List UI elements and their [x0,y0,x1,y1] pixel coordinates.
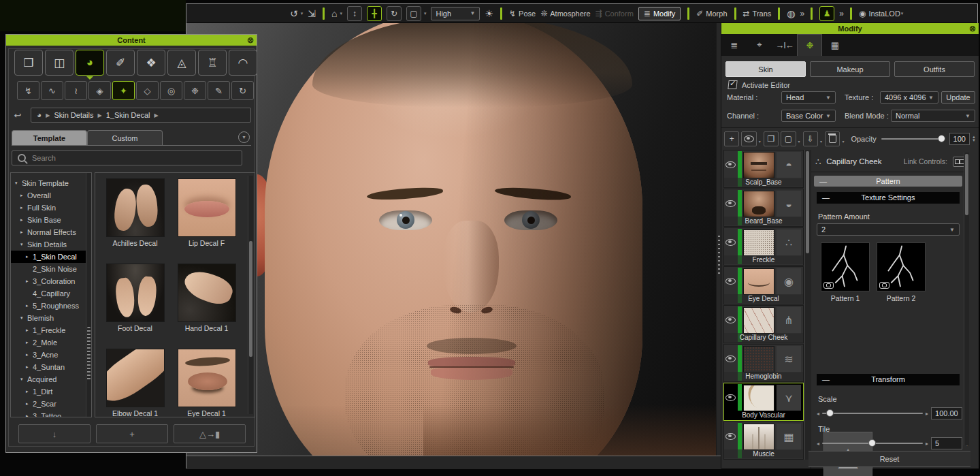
category-icon[interactable]: ◫ [45,50,74,76]
layer-item[interactable]: ◓ Scalp_Base [723,150,804,188]
splitter-grip[interactable] [718,236,720,274]
modify-tab-icon[interactable]: ❉ [797,34,822,56]
tree-expand-icon[interactable]: ▾ [20,315,27,321]
tile-slider[interactable] [822,443,923,444]
mode-button[interactable]: Makeup [810,61,890,77]
globe-icon[interactable]: ◍ [787,9,795,18]
tree-expand-icon[interactable]: ▸ [26,413,33,417]
tree-item[interactable]: ▾ Acquired [11,373,91,385]
layer-item[interactable]: ◒ Beard_Base [723,189,804,227]
quality-dropdown[interactable]: High ▼ [431,7,480,20]
layer-item[interactable]: ▦ Muscle [723,422,804,460]
opacity-spinner[interactable]: ▲▼ [972,136,976,142]
layer-thumbnail[interactable] [743,268,774,295]
subcategory-icon[interactable]: ✦ [112,81,135,100]
tree-scrollbar[interactable] [86,173,91,417]
asset-thumbnail[interactable]: Eye Decal 1 [171,349,242,417]
modify-tab-icon[interactable]: ⌖ [747,34,772,56]
asset-image[interactable] [178,264,236,322]
select-dropdown-caret[interactable]: ▾ [798,139,800,144]
viewport-3d[interactable] [186,23,716,456]
pattern-image[interactable] [877,242,926,291]
footer-button[interactable]: △→▮ [174,424,246,443]
category-icon[interactable]: ◠ [229,50,257,76]
pattern-image[interactable] [821,242,870,291]
tree-item[interactable]: ▾ Skin Details [11,238,91,251]
texture-settings-section-header[interactable]: — Texture Settings [817,192,960,204]
expand-chevrons-icon[interactable]: » [839,9,843,18]
asset-image[interactable] [106,349,165,407]
atmosphere-button[interactable]: ❊ Atmosphere [540,9,590,18]
asset-grid-scrollbar[interactable] [248,176,253,414]
category-icon[interactable]: ✐ [106,50,135,76]
asset-thumbnail[interactable]: Achilles Decal [99,178,171,247]
layer-item[interactable]: ⋎ Body Vascular [723,383,804,421]
layer-thumbnail[interactable] [743,385,774,411]
asset-image[interactable] [178,349,236,407]
tree-expand-icon[interactable]: ▸ [20,205,27,210]
properties-scrollbar[interactable] [964,153,969,445]
merge-dropdown-caret[interactable]: ▾ [820,139,822,144]
scrollbar-thumb[interactable] [249,241,252,357]
footer-button[interactable]: ↓ [18,424,91,443]
scale-value[interactable]: 100.00 [931,407,962,419]
tree-item[interactable]: ▸ 5_Roughness [11,300,91,312]
tree-item[interactable]: ▸ Normal Effects [11,226,91,238]
morph-button[interactable]: ✐ Morph [696,9,727,18]
back-icon[interactable]: ↩ [10,108,25,122]
scrollbar-thumb[interactable] [806,151,809,253]
tree-expand-icon[interactable]: ▾ [20,242,27,247]
visibility-eye-icon[interactable] [725,239,736,247]
close-icon[interactable]: ⊗ [969,24,976,33]
layer-thumbnail[interactable] [743,229,774,256]
modify-button[interactable]: ≣ Modify [638,7,681,20]
tree-item[interactable]: ▸ 1_Dirt [11,385,91,398]
tree-expand-icon[interactable]: ▸ [26,401,33,407]
frame-object-icon[interactable]: ↕ [347,6,362,21]
add-layer-icon[interactable]: + [724,131,739,146]
home-camera-icon[interactable]: ⌂ [331,9,337,18]
scrollbar-thumb[interactable] [965,154,968,215]
tree-expand-icon[interactable]: ▸ [26,364,33,370]
move-tool-icon[interactable]: ╋ [367,6,382,21]
asset-image[interactable] [106,264,165,322]
subcategory-icon[interactable]: ◈ [88,81,111,100]
tree-expand-icon[interactable]: ▸ [26,303,33,308]
tree-expand-icon[interactable]: ▸ [20,217,27,223]
category-icon[interactable]: ❒ [14,50,43,76]
layer-item[interactable]: ◉ Eye Decal [723,266,804,304]
tree-expand-icon[interactable]: ▾ [15,180,22,186]
subcategory-icon[interactable]: ◇ [136,81,159,100]
category-icon[interactable]: ❖ [137,50,165,76]
transform-button[interactable]: ⇄ Trans [743,9,772,18]
layer-thumbnail[interactable] [743,191,774,217]
breadcrumb-item[interactable]: 1_Skin Decal [106,111,150,119]
visibility-eye-icon[interactable] [725,200,736,208]
category-icon[interactable]: ◕ [76,50,104,76]
tree-item[interactable]: ▸ 4_Suntan [11,361,91,373]
lighting-icon[interactable]: ☀ [485,9,493,18]
layer-item[interactable]: ≋ Hemoglobin [723,344,804,382]
home-dropdown-caret[interactable]: ▾ [340,11,342,16]
tree-item[interactable]: ▸ 3_Tattoo [11,410,91,417]
tab-template[interactable]: Template [12,130,87,145]
visibility-dropdown-caret[interactable]: ▾ [759,139,761,144]
marquee-select-icon[interactable]: ▢ [781,131,796,146]
tree-item[interactable]: ▸ 3_Coloration [11,275,91,287]
tree-item[interactable]: ▸ Full Skin [11,202,91,214]
pattern-thumbnail[interactable]: Pattern 2 [877,242,926,302]
pose-button[interactable]: ↯ Pose [509,9,536,18]
visibility-eye-icon[interactable] [725,317,736,325]
tree-expand-icon[interactable]: ▸ [26,340,33,345]
layer-thumbnail[interactable] [743,307,774,334]
tree-item[interactable]: ▸ Skin Base [11,214,91,226]
tile-value[interactable]: 5 [931,437,962,449]
activate-editor-checkbox[interactable] [728,80,737,89]
tab-custom[interactable]: Custom [87,130,163,145]
instalod-button[interactable]: ◉ InstaLOD ▾ [859,9,903,18]
scale-slider-handle[interactable] [826,409,834,417]
merge-layer-icon[interactable]: ⇩ [803,131,818,146]
tree-expand-icon[interactable]: ▸ [26,389,33,394]
asset-thumbnail[interactable]: Foot Decal [99,264,171,332]
select-tool-icon[interactable]: ▢ [406,6,421,21]
